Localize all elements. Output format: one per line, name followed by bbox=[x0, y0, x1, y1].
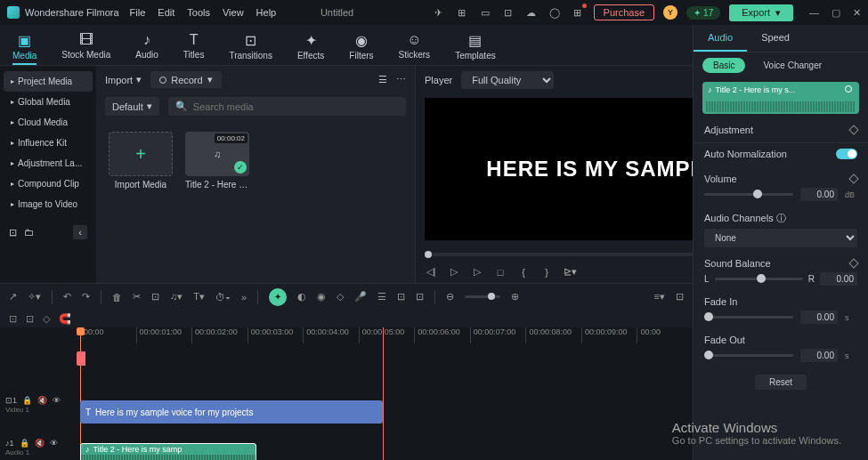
audio-clip[interactable]: ♪Title 2 - Here is my samp bbox=[80, 443, 256, 460]
menu-edit[interactable]: Edit bbox=[158, 7, 174, 18]
stop-button[interactable]: □ bbox=[494, 267, 507, 278]
apps-icon[interactable]: ⊞ bbox=[571, 5, 585, 20]
export-button[interactable]: Export ▾ bbox=[729, 4, 793, 21]
text-tool[interactable]: T▾ bbox=[193, 291, 205, 303]
tab-titles[interactable]: TTitles bbox=[183, 28, 205, 65]
snap-icon[interactable]: ⊡ bbox=[9, 313, 17, 325]
task-icon[interactable]: ▭ bbox=[478, 5, 492, 20]
fade-out-slider[interactable] bbox=[704, 354, 793, 357]
music-tool[interactable]: ♫▾ bbox=[170, 291, 183, 303]
sidebar-item-global-media[interactable]: Global Media bbox=[4, 92, 93, 112]
play-forward-button[interactable]: ▷ bbox=[471, 266, 483, 278]
sidebar-item-compound-clip[interactable]: Compound Clip bbox=[4, 174, 93, 194]
tab-stickers[interactable]: ☺Stickers bbox=[399, 28, 431, 65]
settings-button[interactable]: ⊡ bbox=[676, 291, 684, 303]
tab-stock-media[interactable]: 🎞Stock Media bbox=[61, 28, 110, 65]
balance-slider[interactable] bbox=[715, 278, 803, 280]
timeline-ruler[interactable]: 00:00 00:00:01:00 00:00:02:00 00:00:03:0… bbox=[80, 327, 693, 343]
credits-badge[interactable]: ✦ 17 bbox=[686, 6, 720, 20]
link-icon[interactable]: ⊡ bbox=[26, 313, 34, 325]
prev-frame-button[interactable]: ◁| bbox=[425, 266, 437, 278]
subtab-basic[interactable]: Basic bbox=[702, 58, 745, 73]
subtab-voice-changer[interactable]: Voice Changer bbox=[752, 58, 832, 73]
auto-normalization-toggle[interactable] bbox=[836, 149, 857, 159]
fade-in-slider[interactable] bbox=[704, 316, 793, 319]
volume-slider[interactable] bbox=[704, 193, 793, 196]
collapse-sidebar-button[interactable]: ‹ bbox=[73, 225, 87, 239]
redo-button[interactable]: ↷ bbox=[82, 291, 90, 303]
speed-tool[interactable]: ⏱▾ bbox=[215, 292, 231, 303]
purchase-button[interactable]: Purchase bbox=[594, 4, 654, 20]
keyframe-diamond-icon[interactable] bbox=[848, 125, 858, 134]
sidebar-item-cloud-media[interactable]: Cloud Media bbox=[4, 112, 93, 133]
reset-button[interactable]: Reset bbox=[755, 375, 807, 390]
import-dropdown[interactable]: Import ▾ bbox=[105, 74, 142, 85]
bin-icon[interactable]: ⊡ bbox=[9, 227, 17, 238]
mask-tool[interactable]: ◇ bbox=[337, 291, 344, 303]
import-media-card[interactable]: + Import Media bbox=[109, 132, 173, 190]
mixer-tool[interactable]: ☰ bbox=[377, 291, 386, 303]
more-icon[interactable]: ⋯ bbox=[396, 74, 406, 85]
magnet-icon[interactable]: 🧲 bbox=[59, 313, 71, 325]
track-header-audio[interactable]: ♪1🔒🔇👁 Audio 1 bbox=[0, 434, 80, 460]
close-button[interactable]: ✕ bbox=[853, 7, 861, 19]
media-card-audio[interactable]: 00:00:02 ♫ ✓ Title 2 - Here is ... bbox=[185, 132, 249, 190]
record-dropdown[interactable]: Record ▾ bbox=[150, 71, 221, 88]
volume-value[interactable]: 0.00 bbox=[800, 188, 838, 201]
fade-out-value[interactable]: 0.00 bbox=[800, 349, 838, 362]
playback-menu[interactable]: ⊵▾ bbox=[564, 266, 576, 278]
record-icon[interactable]: ⊡ bbox=[501, 5, 515, 20]
menu-help[interactable]: Help bbox=[256, 7, 277, 18]
tab-audio[interactable]: ♪Audio bbox=[135, 28, 158, 65]
sidebar-item-adjustment-layer[interactable]: Adjustment La... bbox=[4, 153, 93, 174]
color-tool[interactable]: ◐ bbox=[297, 291, 306, 303]
maximize-button[interactable]: ▢ bbox=[831, 7, 840, 19]
zoom-slider[interactable] bbox=[465, 295, 500, 298]
zoom-out-button[interactable]: ⊖ bbox=[446, 291, 454, 303]
sidebar-item-influence-kit[interactable]: Influence Kit bbox=[4, 133, 93, 153]
balance-keyframe-icon[interactable] bbox=[848, 258, 858, 268]
render-tool[interactable]: ⊡ bbox=[416, 291, 424, 303]
search-input[interactable] bbox=[193, 101, 399, 112]
filter-icon[interactable]: ☰ bbox=[378, 74, 387, 85]
cloud-icon[interactable]: ☁ bbox=[524, 5, 539, 20]
keyframe-tool[interactable]: ◉ bbox=[317, 291, 326, 303]
ai-button[interactable]: ✦ bbox=[269, 288, 287, 306]
balance-value[interactable]: 0.00 bbox=[820, 272, 857, 286]
avatar[interactable]: Y bbox=[663, 5, 677, 20]
progress-slider[interactable] bbox=[425, 253, 736, 256]
marker-icon[interactable]: ◇ bbox=[43, 313, 50, 325]
arrow-tool[interactable]: ↗ bbox=[9, 291, 17, 303]
props-tab-audio[interactable]: Audio bbox=[694, 25, 747, 52]
tab-effects[interactable]: ✦Effects bbox=[297, 28, 324, 65]
crop-button[interactable]: ⊡ bbox=[151, 291, 159, 303]
marker-tool[interactable]: ⊡ bbox=[397, 291, 405, 303]
send-icon[interactable]: ✈ bbox=[432, 5, 446, 20]
volume-keyframe-icon[interactable] bbox=[848, 174, 858, 183]
sort-dropdown[interactable]: Default ▾ bbox=[105, 97, 159, 116]
voice-tool[interactable]: 🎤 bbox=[354, 291, 367, 303]
mark-out-button[interactable]: } bbox=[540, 267, 553, 278]
play-button[interactable]: ▷ bbox=[448, 266, 460, 278]
menu-view[interactable]: View bbox=[223, 7, 244, 18]
fade-in-value[interactable]: 0.00 bbox=[800, 311, 838, 324]
desktop-icon[interactable]: ⊞ bbox=[455, 5, 469, 20]
tab-transitions[interactable]: ⊡Transitions bbox=[229, 28, 272, 65]
select-tool[interactable]: ✧▾ bbox=[28, 291, 41, 303]
minimize-button[interactable]: — bbox=[809, 7, 819, 19]
quality-select[interactable]: Full Quality bbox=[461, 71, 554, 89]
audio-channels-select[interactable]: None bbox=[704, 229, 857, 247]
mark-in-button[interactable]: { bbox=[517, 267, 530, 278]
video-clip[interactable]: T Here is my sample voice for my project… bbox=[80, 400, 383, 424]
split-button[interactable]: ✂ bbox=[133, 291, 141, 303]
zoom-in-button[interactable]: ⊕ bbox=[511, 291, 519, 303]
sidebar-item-image-to-video[interactable]: Image to Video bbox=[4, 194, 93, 214]
sidebar-item-project-media[interactable]: Project Media bbox=[4, 71, 93, 92]
tab-templates[interactable]: ▤Templates bbox=[455, 28, 496, 65]
view-options[interactable]: ≡▾ bbox=[654, 291, 665, 303]
track-header-video[interactable]: ⊡1🔒🔇👁 Video 1 bbox=[0, 391, 80, 418]
tab-filters[interactable]: ◉Filters bbox=[349, 28, 373, 65]
props-tab-speed[interactable]: Speed bbox=[747, 25, 804, 52]
notification-icon[interactable]: ◯ bbox=[548, 5, 562, 20]
delete-button[interactable]: 🗑 bbox=[112, 292, 122, 303]
